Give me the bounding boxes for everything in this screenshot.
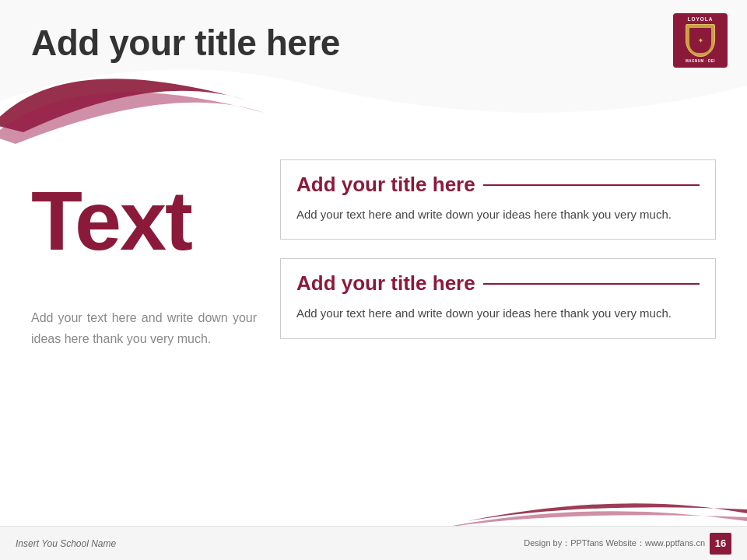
box1-title-line xyxy=(483,184,700,186)
page-number: 16 xyxy=(710,533,731,555)
logo-bottom: MAGNUM · DEI xyxy=(686,59,715,64)
logo-shield: ✦ xyxy=(686,24,715,57)
box1-body: Add your text here and write down your i… xyxy=(296,205,700,225)
box2-title: Add your title here xyxy=(296,271,475,296)
box2-title-container: Add your title here xyxy=(296,271,700,296)
box1-title: Add your title here xyxy=(296,173,475,197)
footer-right: Design by：PPTfans Website：www.pptfans.cn… xyxy=(524,533,731,555)
footer-school-name: Insert You School Name xyxy=(16,538,116,549)
slide: Add your title here LOYOLA ✦ MAGNUM · DE… xyxy=(0,0,747,560)
box1-title-container: Add your title here xyxy=(296,173,700,197)
box2-title-line xyxy=(483,283,700,285)
logo-container: LOYOLA ✦ MAGNUM · DEI xyxy=(669,9,731,72)
footer-design-credit: Design by：PPTfans Website：www.pptfans.cn xyxy=(524,537,705,549)
box2-body: Add your text here and write down your i… xyxy=(296,303,700,324)
footer: Insert You School Name Design by：PPTfans… xyxy=(0,526,747,560)
logo-badge: LOYOLA ✦ MAGNUM · DEI xyxy=(673,13,728,68)
right-panel: Add your title here Add your text here a… xyxy=(280,159,716,358)
main-title: Add your title here xyxy=(31,22,340,64)
logo-shield-inner: ✦ xyxy=(689,28,711,53)
logo-name: LOYOLA xyxy=(687,16,713,22)
big-text-display: Text xyxy=(31,179,191,263)
left-subtitle: Add your text here and write down your i… xyxy=(31,307,257,349)
content-box-2: Add your title here Add your text here a… xyxy=(280,258,716,338)
content-box-1: Add your title here Add your text here a… xyxy=(280,159,716,240)
